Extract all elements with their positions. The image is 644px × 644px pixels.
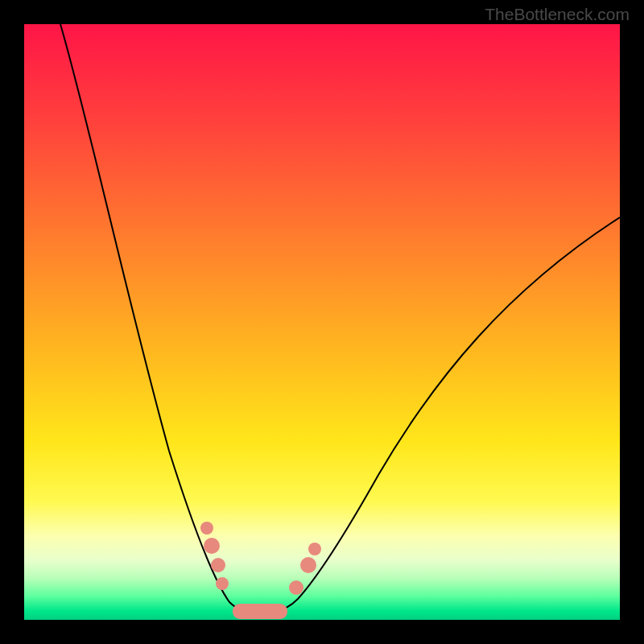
marker-dot — [289, 580, 303, 595]
marker-dot — [204, 538, 220, 554]
plot-area — [24, 24, 620, 620]
watermark-text: TheBottleneck.com — [485, 5, 630, 24]
markers-layer — [24, 24, 620, 620]
marker-dot — [300, 557, 316, 573]
marker-dot — [308, 543, 321, 555]
marker-capsule — [233, 604, 287, 619]
marker-dot — [211, 558, 225, 572]
marker-dot — [200, 522, 213, 535]
marker-dot — [216, 577, 229, 590]
